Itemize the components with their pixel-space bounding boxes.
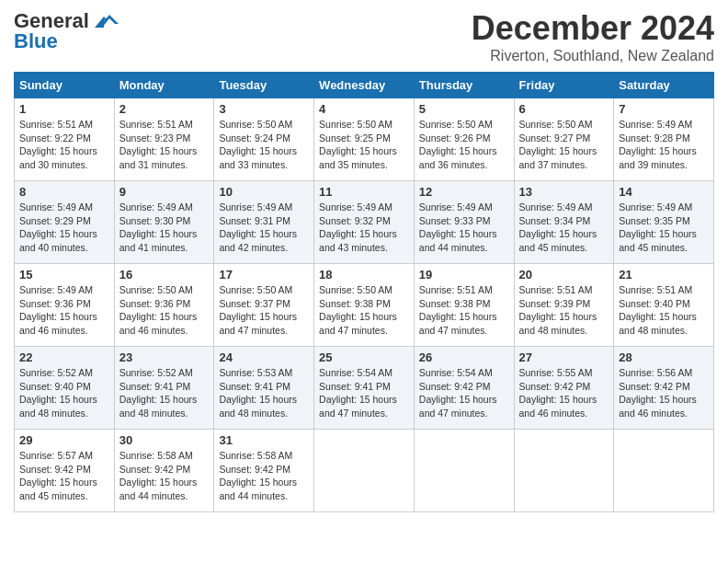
day-info: Sunrise: 5:56 AMSunset: 9:42 PMDaylight:…	[619, 367, 697, 419]
day-cell	[414, 430, 514, 512]
day-cell: 11Sunrise: 5:49 AMSunset: 9:32 PMDayligh…	[314, 181, 415, 264]
day-number: 13	[519, 185, 609, 199]
day-number: 27	[519, 350, 609, 364]
day-cell: 31Sunrise: 5:58 AMSunset: 9:42 PMDayligh…	[214, 430, 314, 512]
day-cell: 9Sunrise: 5:49 AMSunset: 9:30 PMDaylight…	[114, 181, 214, 264]
day-number: 14	[619, 185, 709, 199]
day-number: 28	[619, 350, 709, 364]
day-number: 21	[619, 268, 709, 282]
day-info: Sunrise: 5:50 AMSunset: 9:38 PMDaylight:…	[319, 284, 397, 336]
day-number: 29	[19, 433, 109, 447]
day-number: 19	[419, 268, 509, 282]
day-number: 2	[119, 102, 210, 116]
day-number: 12	[419, 185, 509, 199]
day-info: Sunrise: 5:49 AMSunset: 9:29 PMDaylight:…	[19, 201, 97, 253]
day-info: Sunrise: 5:54 AMSunset: 9:42 PMDaylight:…	[419, 367, 497, 419]
day-info: Sunrise: 5:50 AMSunset: 9:37 PMDaylight:…	[219, 284, 297, 336]
day-cell: 28Sunrise: 5:56 AMSunset: 9:42 PMDayligh…	[614, 347, 714, 430]
day-info: Sunrise: 5:58 AMSunset: 9:42 PMDaylight:…	[119, 450, 198, 501]
day-info: Sunrise: 5:49 AMSunset: 9:30 PMDaylight:…	[119, 201, 198, 253]
day-info: Sunrise: 5:52 AMSunset: 9:41 PMDaylight:…	[119, 367, 198, 419]
header-cell-sunday: Sunday	[15, 73, 115, 98]
day-number: 5	[419, 102, 509, 116]
day-info: Sunrise: 5:55 AMSunset: 9:42 PMDaylight:…	[519, 367, 597, 419]
logo-icon	[91, 11, 120, 31]
day-number: 31	[219, 433, 309, 447]
day-cell: 18Sunrise: 5:50 AMSunset: 9:38 PMDayligh…	[314, 264, 415, 347]
day-cell: 25Sunrise: 5:54 AMSunset: 9:41 PMDayligh…	[314, 347, 415, 430]
day-cell: 2Sunrise: 5:51 AMSunset: 9:23 PMDaylight…	[114, 98, 214, 181]
day-info: Sunrise: 5:51 AMSunset: 9:23 PMDaylight:…	[119, 119, 198, 170]
calendar-header: SundayMondayTuesdayWednesdayThursdayFrid…	[15, 73, 714, 98]
day-cell: 22Sunrise: 5:52 AMSunset: 9:40 PMDayligh…	[15, 347, 115, 430]
page-header: General Blue December 2024 Riverton, Sou…	[14, 9, 714, 64]
day-info: Sunrise: 5:51 AMSunset: 9:39 PMDaylight:…	[519, 284, 597, 336]
day-number: 3	[219, 102, 309, 116]
day-cell	[314, 430, 415, 512]
day-number: 8	[19, 185, 109, 199]
day-cell	[614, 430, 714, 512]
day-cell: 4Sunrise: 5:50 AMSunset: 9:25 PMDaylight…	[314, 98, 415, 181]
day-info: Sunrise: 5:49 AMSunset: 9:31 PMDaylight:…	[219, 201, 297, 253]
month-title: December 2024	[472, 9, 714, 48]
day-number: 25	[319, 350, 409, 364]
title-area: December 2024 Riverton, Southland, New Z…	[472, 9, 714, 64]
week-row-5: 29Sunrise: 5:57 AMSunset: 9:42 PMDayligh…	[15, 430, 714, 512]
day-number: 16	[119, 268, 210, 282]
day-number: 24	[219, 350, 309, 364]
day-cell: 15Sunrise: 5:49 AMSunset: 9:36 PMDayligh…	[15, 264, 115, 347]
header-row: SundayMondayTuesdayWednesdayThursdayFrid…	[15, 73, 714, 98]
day-cell: 16Sunrise: 5:50 AMSunset: 9:36 PMDayligh…	[114, 264, 214, 347]
week-row-2: 8Sunrise: 5:49 AMSunset: 9:29 PMDaylight…	[15, 181, 714, 264]
header-cell-tuesday: Tuesday	[214, 73, 314, 98]
calendar-table: SundayMondayTuesdayWednesdayThursdayFrid…	[14, 72, 714, 512]
day-info: Sunrise: 5:49 AMSunset: 9:34 PMDaylight:…	[519, 201, 597, 253]
day-number: 30	[119, 433, 210, 447]
day-cell: 1Sunrise: 5:51 AMSunset: 9:22 PMDaylight…	[15, 98, 115, 181]
day-cell: 20Sunrise: 5:51 AMSunset: 9:39 PMDayligh…	[514, 264, 614, 347]
day-number: 20	[519, 268, 609, 282]
day-number: 1	[19, 102, 109, 116]
day-info: Sunrise: 5:49 AMSunset: 9:36 PMDaylight:…	[19, 284, 97, 336]
week-row-4: 22Sunrise: 5:52 AMSunset: 9:40 PMDayligh…	[15, 347, 714, 430]
day-cell: 14Sunrise: 5:49 AMSunset: 9:35 PMDayligh…	[614, 181, 714, 264]
day-number: 17	[219, 268, 309, 282]
day-cell: 12Sunrise: 5:49 AMSunset: 9:33 PMDayligh…	[414, 181, 514, 264]
day-info: Sunrise: 5:50 AMSunset: 9:27 PMDaylight:…	[519, 119, 597, 170]
header-cell-wednesday: Wednesday	[314, 73, 415, 98]
day-number: 10	[219, 185, 309, 199]
week-row-3: 15Sunrise: 5:49 AMSunset: 9:36 PMDayligh…	[15, 264, 714, 347]
day-number: 22	[19, 350, 109, 364]
logo-text-blue: Blue	[14, 29, 58, 53]
day-cell	[514, 430, 614, 512]
week-row-1: 1Sunrise: 5:51 AMSunset: 9:22 PMDaylight…	[15, 98, 714, 181]
day-cell: 23Sunrise: 5:52 AMSunset: 9:41 PMDayligh…	[114, 347, 214, 430]
header-cell-saturday: Saturday	[614, 73, 714, 98]
day-info: Sunrise: 5:49 AMSunset: 9:28 PMDaylight:…	[619, 119, 697, 170]
day-number: 4	[319, 102, 409, 116]
day-info: Sunrise: 5:49 AMSunset: 9:35 PMDaylight:…	[619, 201, 697, 253]
day-info: Sunrise: 5:57 AMSunset: 9:42 PMDaylight:…	[19, 450, 97, 501]
location-title: Riverton, Southland, New Zealand	[472, 48, 714, 64]
day-cell: 8Sunrise: 5:49 AMSunset: 9:29 PMDaylight…	[15, 181, 115, 264]
day-cell: 10Sunrise: 5:49 AMSunset: 9:31 PMDayligh…	[214, 181, 314, 264]
day-cell: 29Sunrise: 5:57 AMSunset: 9:42 PMDayligh…	[15, 430, 115, 512]
day-info: Sunrise: 5:51 AMSunset: 9:40 PMDaylight:…	[619, 284, 697, 336]
day-cell: 26Sunrise: 5:54 AMSunset: 9:42 PMDayligh…	[414, 347, 514, 430]
day-cell: 17Sunrise: 5:50 AMSunset: 9:37 PMDayligh…	[214, 264, 314, 347]
header-cell-thursday: Thursday	[414, 73, 514, 98]
day-info: Sunrise: 5:49 AMSunset: 9:33 PMDaylight:…	[419, 201, 497, 253]
day-info: Sunrise: 5:50 AMSunset: 9:26 PMDaylight:…	[419, 119, 497, 170]
logo: General Blue	[14, 9, 120, 53]
day-info: Sunrise: 5:52 AMSunset: 9:40 PMDaylight:…	[19, 367, 97, 419]
day-info: Sunrise: 5:54 AMSunset: 9:41 PMDaylight:…	[319, 367, 397, 419]
day-info: Sunrise: 5:58 AMSunset: 9:42 PMDaylight:…	[219, 450, 297, 501]
day-cell: 3Sunrise: 5:50 AMSunset: 9:24 PMDaylight…	[214, 98, 314, 181]
day-number: 15	[19, 268, 109, 282]
header-cell-friday: Friday	[514, 73, 614, 98]
day-info: Sunrise: 5:51 AMSunset: 9:22 PMDaylight:…	[19, 119, 97, 170]
day-cell: 13Sunrise: 5:49 AMSunset: 9:34 PMDayligh…	[514, 181, 614, 264]
header-cell-monday: Monday	[114, 73, 214, 98]
day-cell: 21Sunrise: 5:51 AMSunset: 9:40 PMDayligh…	[614, 264, 714, 347]
day-info: Sunrise: 5:50 AMSunset: 9:24 PMDaylight:…	[219, 119, 297, 170]
